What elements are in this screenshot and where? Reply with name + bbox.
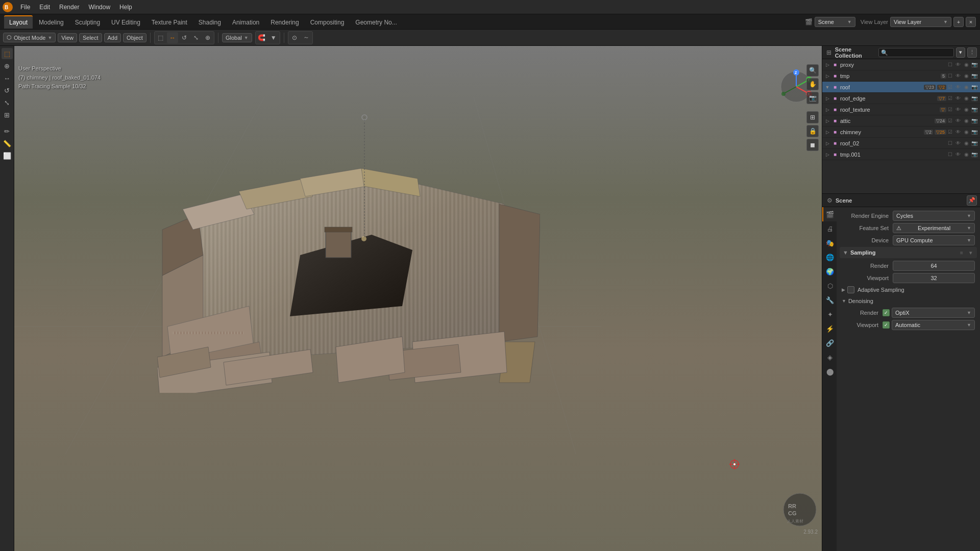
render-roof02[interactable]: 📷 xyxy=(971,140,978,147)
select-box-tool[interactable]: ⬚ xyxy=(2,48,13,59)
viewport-canvas[interactable]: Z Y X 🔍 ✋ 📷 ⊞ 🔒 ◼ xyxy=(14,46,822,551)
checkbox-tmp001[interactable]: ☐ xyxy=(946,151,953,158)
prop-tab-material[interactable]: ⬤ xyxy=(822,364,837,379)
checkbox-tmp[interactable]: ☐ xyxy=(946,72,953,80)
checkbox-roof-edge[interactable]: ☑ xyxy=(946,95,953,102)
rotate-tool[interactable]: ↺ xyxy=(2,85,13,96)
outliner-options-btn[interactable]: ⋮ xyxy=(967,47,977,58)
prop-tab-data[interactable]: ◈ xyxy=(822,350,837,364)
expand-roof[interactable]: ▼ xyxy=(824,84,830,90)
scale-tool[interactable]: ⤡ xyxy=(2,97,13,108)
visibility-roof[interactable]: 👁 xyxy=(954,84,962,91)
snap-options-btn[interactable]: ▼ xyxy=(268,32,279,43)
denoising-header[interactable]: ▼ Denoising xyxy=(840,296,977,306)
select-tool-btn[interactable]: ⬚ xyxy=(155,32,166,43)
tab-modeling[interactable]: Modeling xyxy=(34,15,69,29)
measure-tool[interactable]: 📏 xyxy=(2,138,13,149)
expand-chimney[interactable]: ▷ xyxy=(824,129,830,135)
sampling-options-btn[interactable]: ▾ xyxy=(967,249,974,256)
visibility-proxy[interactable]: 👁 xyxy=(954,61,962,68)
denoising-viewport-value[interactable]: Automatic ▼ xyxy=(892,320,975,330)
transform-tool-btn[interactable]: ⊕ xyxy=(202,32,213,43)
prop-tab-world[interactable]: 🌍 xyxy=(822,264,837,279)
checkbox-roof[interactable]: ☑ xyxy=(946,84,953,91)
denoising-viewport-checkbox[interactable] xyxy=(883,321,890,329)
view-layer-selector[interactable]: View Layer ▼ xyxy=(890,17,951,27)
viewport-pan-btn[interactable]: ✋ xyxy=(806,78,819,90)
annotate-tool[interactable]: ✏ xyxy=(2,126,13,137)
tab-geometry-nodes[interactable]: Geometry No... xyxy=(350,15,402,29)
expand-proxy[interactable]: ▷ xyxy=(824,62,830,68)
menu-render[interactable]: Render xyxy=(55,2,83,13)
tab-animation[interactable]: Animation xyxy=(227,15,264,29)
sampling-render-value[interactable]: 64 xyxy=(893,261,975,271)
checkbox-roof-texture[interactable]: ☑ xyxy=(946,106,953,113)
tab-rendering[interactable]: Rendering xyxy=(265,15,304,29)
tab-layout[interactable]: Layout xyxy=(4,15,33,29)
prop-tab-view-layer[interactable]: 🎭 xyxy=(822,236,837,250)
add-menu-btn[interactable]: Add xyxy=(104,33,121,42)
menu-help[interactable]: Help xyxy=(115,2,136,13)
prop-tab-output[interactable]: 🖨 xyxy=(822,221,837,236)
tab-sculpting[interactable]: Sculpting xyxy=(70,15,105,29)
expand-tmp[interactable]: ▷ xyxy=(824,73,830,79)
outliner-item-tmp[interactable]: ▷ ■ tmp 5 ☐ 👁 ◉ 📷 xyxy=(822,70,980,82)
device-value[interactable]: GPU Compute ▼ xyxy=(893,235,975,245)
outliner-item-tmp001[interactable]: ▷ ■ tmp.001 ☐ 👁 ◉ 📷 xyxy=(822,149,980,160)
visibility-attic[interactable]: 👁 xyxy=(954,117,962,124)
checkbox-roof02[interactable]: ☐ xyxy=(946,140,953,147)
viewport-roof-edge[interactable]: ◉ xyxy=(963,95,970,102)
menu-window[interactable]: Window xyxy=(84,2,114,13)
viewport-zoom-search-btn[interactable]: 🔍 xyxy=(806,64,819,77)
proportional-edit-btn[interactable]: ⊙ xyxy=(289,32,300,43)
cursor-tool[interactable]: ⊕ xyxy=(2,60,13,71)
view-layer-remove-btn[interactable]: × xyxy=(966,17,976,27)
checkbox-attic[interactable]: ☑ xyxy=(946,117,953,124)
outliner-item-roof[interactable]: ▼ ■ roof ▽23 ▽2 ☑ 👁 ◉ 📷 xyxy=(822,82,980,93)
prop-tab-render[interactable]: 🎬 xyxy=(822,207,837,221)
properties-pin-btn[interactable]: 📌 xyxy=(967,195,977,206)
viewport-camera-btn[interactable]: 📷 xyxy=(806,92,819,104)
visibility-roof02[interactable]: 👁 xyxy=(954,140,962,147)
move-tool[interactable]: ↔ xyxy=(2,72,13,84)
adaptive-sampling-header[interactable]: ▶ Adaptive Sampling xyxy=(840,285,977,295)
outliner-item-roof-texture[interactable]: ▷ ■ roof_texture ▽ ☑ 👁 ◉ 📷 xyxy=(822,104,980,115)
prop-tab-constraints[interactable]: 🔗 xyxy=(822,336,837,350)
render-tmp[interactable]: 📷 xyxy=(971,72,978,80)
outliner-item-chimney[interactable]: ▷ ■ chimney ▽2 ▽25 ☑ 👁 ◉ 📷 xyxy=(822,127,980,138)
visibility-chimney[interactable]: 👁 xyxy=(954,129,962,136)
viewport-attic[interactable]: ◉ xyxy=(963,117,970,124)
tab-shading[interactable]: Shading xyxy=(193,15,226,29)
menu-edit[interactable]: Edit xyxy=(35,2,54,13)
select-menu-btn[interactable]: Select xyxy=(79,33,102,42)
denoising-render-value[interactable]: OptiX ▼ xyxy=(892,308,975,318)
viewport-lock-btn[interactable]: 🔒 xyxy=(806,125,819,137)
render-roof-edge[interactable]: 📷 xyxy=(971,95,978,102)
outliner-item-attic[interactable]: ▷ ■ attic ▽24 ☑ 👁 ◉ 📷 xyxy=(822,115,980,127)
sampling-section-header[interactable]: ▼ Sampling ≡ ▾ xyxy=(840,247,977,258)
viewport-grid-btn[interactable]: ⊞ xyxy=(806,111,819,123)
object-menu-btn[interactable]: Object xyxy=(123,33,146,42)
viewport-render-btn[interactable]: ◼ xyxy=(806,139,819,151)
menu-file[interactable]: File xyxy=(16,2,34,13)
tab-compositing[interactable]: Compositing xyxy=(305,15,350,29)
viewport-proxy[interactable]: ◉ xyxy=(963,61,970,68)
render-roof-texture[interactable]: 📷 xyxy=(971,106,978,113)
render-proxy[interactable]: 📷 xyxy=(971,61,978,68)
proportional-options-btn[interactable]: ～ xyxy=(301,32,312,43)
add-cube-tool[interactable]: ⬜ xyxy=(2,150,13,161)
scale-tool-btn[interactable]: ⤡ xyxy=(190,32,202,43)
visibility-roof-edge[interactable]: 👁 xyxy=(954,95,962,102)
view-layer-add-btn[interactable]: + xyxy=(953,17,964,27)
viewport-chimney[interactable]: ◉ xyxy=(963,129,970,136)
magnet-snap-btn[interactable]: 🧲 xyxy=(256,32,267,43)
prop-tab-modifier[interactable]: 🔧 xyxy=(822,293,837,307)
expand-roof-edge[interactable]: ▷ xyxy=(824,95,830,102)
viewport-roof-texture[interactable]: ◉ xyxy=(963,106,970,113)
sampling-viewport-value[interactable]: 32 xyxy=(893,273,975,283)
checkbox-chimney[interactable]: ☑ xyxy=(946,129,953,136)
outliner-filter-btn[interactable]: ▾ xyxy=(956,47,966,58)
expand-attic[interactable]: ▷ xyxy=(824,118,830,124)
checkbox-proxy[interactable]: ☐ xyxy=(946,61,953,68)
viewport-roof[interactable]: ◉ xyxy=(963,84,970,91)
